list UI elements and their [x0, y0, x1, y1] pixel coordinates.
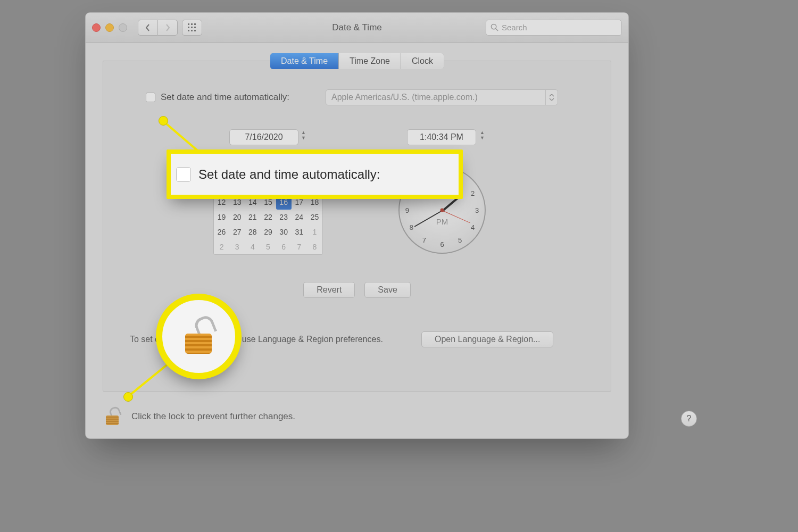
- callout-lock: [156, 294, 242, 379]
- search-icon: [491, 23, 498, 31]
- callout-auto-checkbox-box: [176, 167, 191, 182]
- cal-day[interactable]: 30: [276, 225, 292, 239]
- cal-day[interactable]: 6: [276, 239, 292, 254]
- cal-day[interactable]: 31: [292, 225, 307, 239]
- clock-num: 6: [440, 240, 444, 248]
- clock-num: 4: [471, 223, 475, 231]
- clock-num: 5: [458, 236, 462, 244]
- svg-rect-8: [194, 30, 196, 31]
- minimize-icon[interactable]: [105, 23, 114, 32]
- auto-row: Set date and time automatically:: [146, 92, 289, 103]
- maximize-icon: [119, 23, 127, 32]
- nav-buttons: [138, 20, 178, 36]
- cal-day[interactable]: 19: [214, 210, 229, 225]
- tab-clock[interactable]: Clock: [401, 53, 444, 69]
- cal-day[interactable]: 3: [229, 239, 245, 254]
- cal-day[interactable]: 4: [245, 239, 260, 254]
- clock-num: 2: [471, 189, 475, 197]
- cal-day[interactable]: 5: [260, 239, 276, 254]
- tab-bar: Date & Time Time Zone Clock: [103, 53, 611, 69]
- save-button[interactable]: Save: [364, 282, 410, 298]
- time-server-value: Apple Americas/U.S. (time.apple.com.): [331, 93, 478, 102]
- back-button[interactable]: [138, 20, 158, 36]
- cal-day[interactable]: 27: [229, 225, 245, 239]
- lock-icon: [184, 320, 213, 354]
- svg-rect-6: [188, 30, 189, 31]
- cal-day[interactable]: 21: [245, 210, 260, 225]
- cal-day[interactable]: 23: [276, 210, 292, 225]
- preferences-window: Date & Time Search Date & Time Time Zone…: [85, 12, 629, 439]
- cal-day[interactable]: 8: [307, 239, 322, 254]
- callout-dot: [123, 392, 133, 402]
- time-field[interactable]: 1:40:34 PM: [407, 129, 476, 145]
- time-value: 1:40:34 PM: [420, 132, 463, 142]
- lock-row: Click the lock to prevent further change…: [105, 408, 295, 425]
- time-stepper[interactable]: ▲▼: [480, 130, 487, 140]
- show-all-button[interactable]: [182, 20, 202, 36]
- lock-text: Click the lock to prevent further change…: [131, 411, 295, 422]
- action-buttons: Revert Save: [103, 282, 611, 298]
- svg-rect-0: [188, 23, 189, 25]
- help-button[interactable]: ?: [681, 411, 697, 427]
- callout-auto-checkbox: Set date and time automatically:: [167, 149, 463, 199]
- cal-day[interactable]: 7: [292, 239, 307, 254]
- cal-day[interactable]: 24: [292, 210, 307, 225]
- clock-ampm: PM: [436, 217, 448, 226]
- tab-date-time[interactable]: Date & Time: [270, 53, 339, 69]
- cal-day[interactable]: 1: [307, 225, 322, 239]
- auto-label: Set date and time automatically:: [161, 92, 289, 103]
- time-server-combo[interactable]: Apple Americas/U.S. (time.apple.com.): [326, 89, 558, 105]
- cal-day[interactable]: 25: [307, 210, 322, 225]
- tab-time-zone[interactable]: Time Zone: [339, 53, 401, 69]
- search-input[interactable]: Search: [486, 20, 622, 36]
- search-placeholder: Search: [502, 23, 527, 32]
- cal-day[interactable]: 29: [260, 225, 276, 239]
- clock-hub: [440, 209, 444, 212]
- svg-rect-2: [194, 23, 196, 25]
- date-stepper[interactable]: ▲▼: [301, 130, 309, 140]
- lock-icon[interactable]: [105, 408, 120, 425]
- cal-day[interactable]: 28: [245, 225, 260, 239]
- clock-num: 9: [405, 206, 409, 214]
- svg-rect-3: [188, 27, 189, 28]
- cal-day[interactable]: 22: [260, 210, 276, 225]
- svg-rect-1: [191, 23, 193, 25]
- forward-button[interactable]: [158, 20, 178, 36]
- callout-dot: [159, 116, 168, 126]
- callout-auto-label: Set date and time automatically:: [198, 167, 380, 182]
- clock-num: 8: [410, 223, 413, 231]
- auto-checkbox[interactable]: [146, 93, 155, 102]
- svg-rect-4: [191, 27, 193, 28]
- revert-button[interactable]: Revert: [303, 282, 355, 298]
- date-field[interactable]: 7/16/2020: [229, 129, 298, 145]
- grid-icon: [188, 23, 196, 32]
- svg-point-9: [491, 24, 496, 29]
- open-language-region-button[interactable]: Open Language & Region...: [421, 331, 553, 347]
- titlebar: Date & Time Search: [86, 13, 628, 43]
- traffic-lights: [92, 23, 127, 32]
- svg-rect-7: [191, 30, 193, 31]
- clock-num: 3: [475, 206, 479, 214]
- close-icon[interactable]: [92, 23, 101, 32]
- date-value: 7/16/2020: [245, 132, 282, 142]
- cal-day[interactable]: 2: [214, 239, 229, 254]
- help-icon: ?: [687, 414, 692, 423]
- cal-day[interactable]: 26: [214, 225, 229, 239]
- cal-day[interactable]: 20: [229, 210, 245, 225]
- svg-line-10: [496, 29, 498, 31]
- svg-rect-5: [194, 27, 196, 28]
- chevron-down-icon: [545, 90, 558, 105]
- clock-num: 7: [422, 236, 426, 244]
